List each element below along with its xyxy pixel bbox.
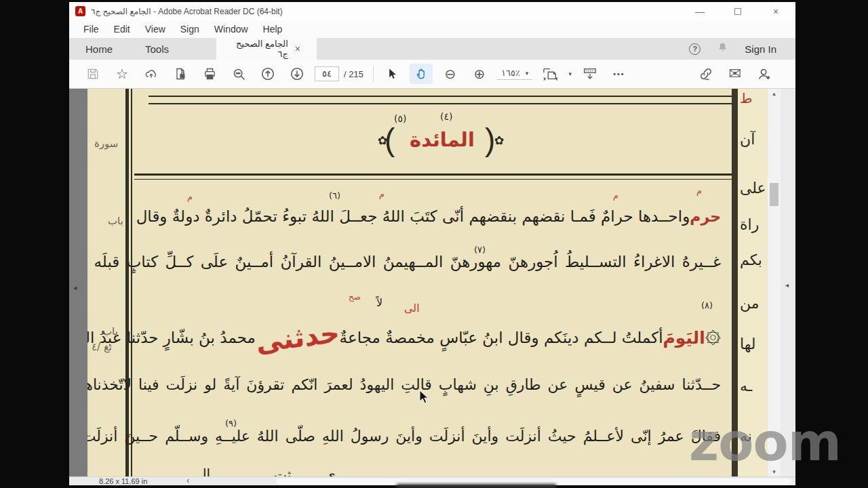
- collapse-left-pane-icon[interactable]: ◂: [73, 283, 77, 292]
- text-line-1: حرم واحــدها حرامٌ فَمـا نقضهم بنقضهم أن…: [136, 199, 721, 234]
- text-line-5: فقالَ عمرُ إنّى لأعــلمُ حيثُ أنزلَت وأي…: [136, 428, 721, 445]
- more-tools-icon[interactable]: •••: [608, 64, 631, 84]
- search-icon[interactable]: [227, 64, 250, 84]
- margin-note-bab: باب: [108, 215, 123, 227]
- help-icon[interactable]: ?: [689, 43, 701, 55]
- menu-bar: File Edit View Sign Window Help: [69, 20, 795, 38]
- clipped-text: ثت: [274, 467, 291, 476]
- acrobat-logo-icon: A: [75, 6, 85, 16]
- florette-icon: ✿: [378, 134, 387, 148]
- maximize-button[interactable]: [728, 5, 748, 18]
- fit-width-chevron-icon[interactable]: ▾: [568, 70, 572, 77]
- zoom-out-icon[interactable]: ⊖: [439, 64, 462, 84]
- toolbar-divider: [373, 66, 374, 82]
- zoom-level-select[interactable]: ١٦٥٪ ▾: [497, 68, 532, 80]
- margin-fragment: ط: [740, 90, 768, 106]
- haddathani-red: حدثنى: [254, 317, 341, 359]
- margin-fragment: بكم: [740, 251, 768, 268]
- next-page-icon[interactable]: [285, 64, 309, 84]
- rule-line: [149, 96, 732, 97]
- tab-close-icon[interactable]: ×: [295, 43, 300, 54]
- line-5-text: فقالَ عمرُ إنّى لأعــلمُ حيثُ أنزلَت وأي…: [136, 428, 721, 445]
- margin-fragment: من: [740, 295, 768, 312]
- footnote-9: (٩): [225, 418, 237, 428]
- text-line-2: غــيرهُ الاغراءُ التســليطُ اُجورهنّ مهو…: [136, 253, 721, 270]
- save-icon[interactable]: [81, 64, 104, 84]
- hand-tool-icon[interactable]: [410, 64, 433, 84]
- zoom-watermark: zoom: [689, 412, 841, 472]
- email-icon[interactable]: ✉: [724, 64, 747, 84]
- tab-document[interactable]: الجامع الصحيح ج٦ ×: [216, 38, 317, 60]
- bell-icon[interactable]: [717, 41, 728, 56]
- red-mark: م: [696, 186, 702, 196]
- margin-fragment: ـه: [740, 378, 768, 394]
- tab-home[interactable]: Home: [69, 38, 129, 60]
- previous-page-icon[interactable]: [256, 64, 279, 84]
- fit-width-icon[interactable]: [539, 64, 562, 84]
- alyawm-red: اليَومَ: [663, 328, 705, 348]
- florette-icon: ✿: [494, 134, 504, 148]
- header-footnote-4: (٤): [440, 111, 452, 122]
- page-frame-rule: [131, 89, 132, 476]
- rule-line: [134, 174, 732, 176]
- line-3-text-a: أكملتُ لــكم دينَكم وقال ابنُ عبّاسٍ مخم…: [340, 329, 663, 346]
- sah-mark: صح: [349, 292, 361, 302]
- la-mark: لاً: [376, 296, 382, 309]
- text-line-3: ۞ اليَومَ أكملتُ لــكم دينَكم وقال ابنُ …: [136, 312, 721, 363]
- menu-sign[interactable]: Sign: [174, 22, 205, 36]
- tab-document-label: الجامع الصحيح ج٦: [233, 39, 288, 59]
- document-pane: ◂ (٤) (٥) ( ✿ ) ✿ المائدة (: [69, 89, 795, 476]
- document-lock-icon[interactable]: [169, 64, 192, 84]
- pdf-page[interactable]: (٤) (٥) ( ✿ ) ✿ المائدة (٦) م م م م حرم …: [87, 89, 768, 476]
- page-number-input[interactable]: ٥٤: [315, 66, 339, 81]
- page-total-label: / 215: [344, 69, 363, 79]
- title-bar: A الجامع الصحيح ج٦ - Adobe Acrobat Reade…: [69, 2, 795, 20]
- tab-tools[interactable]: Tools: [129, 38, 185, 60]
- rule-line: [149, 103, 732, 104]
- page-frame-rule: [125, 89, 129, 476]
- margin-fragment: على: [740, 180, 768, 197]
- minimize-button[interactable]: —: [690, 5, 710, 18]
- status-back-icon[interactable]: ‹: [186, 476, 189, 485]
- tab-bar: Home Tools الجامع الصحيح ج٦ × ? Sign In: [69, 38, 795, 60]
- menu-help[interactable]: Help: [257, 22, 289, 36]
- rule-line: [134, 179, 732, 180]
- margin-fragment: راة: [740, 216, 768, 233]
- clipped-text: اا: [203, 466, 210, 476]
- share-link-icon[interactable]: [694, 64, 717, 84]
- margin-note-surah: سورة: [94, 138, 118, 150]
- chevron-down-icon: ▾: [526, 70, 529, 77]
- window-title: الجامع الصحيح ج٦ - Adobe Acrobat Reader …: [91, 7, 283, 16]
- zoom-in-icon[interactable]: ⊕: [468, 64, 491, 84]
- scroll-up-icon[interactable]: ▴: [768, 89, 781, 98]
- star-icon[interactable]: ☆: [111, 64, 134, 84]
- cloud-upload-icon[interactable]: [140, 64, 163, 84]
- margin-word-haram: حرم: [690, 208, 721, 225]
- red-mark: م: [379, 189, 384, 199]
- line-1-text: واحــدها حرامٌ فَمـا نقضهم بنقضهم أنّى ك…: [136, 207, 690, 225]
- video-frame: A الجامع الصحيح ج٦ - Adobe Acrobat Reade…: [0, 0, 868, 488]
- margin-fragment: آن: [740, 131, 768, 148]
- vertical-scrollbar-thumb[interactable]: [770, 183, 778, 206]
- share-person-icon[interactable]: [753, 64, 776, 84]
- collapse-right-pane-icon[interactable]: ◂: [785, 281, 789, 289]
- menu-view[interactable]: View: [139, 22, 172, 36]
- footnote-8: (٨): [701, 300, 713, 310]
- line-2-text: غــيرهُ الاغراءُ التســليطُ اُجورهنّ مهو…: [136, 253, 721, 270]
- menu-window[interactable]: Window: [208, 22, 254, 36]
- sign-in-button[interactable]: Sign In: [745, 43, 776, 55]
- maximize-icon: [734, 8, 741, 15]
- margin-note-ref: تغ /٤: [92, 341, 112, 353]
- print-icon[interactable]: [198, 64, 221, 84]
- menu-edit[interactable]: Edit: [108, 22, 136, 36]
- page-size-label: 8.26 x 11.69 in: [99, 477, 147, 485]
- menu-file[interactable]: File: [77, 22, 105, 36]
- select-tool-icon[interactable]: [380, 64, 403, 84]
- mouse-cursor: [419, 390, 430, 409]
- toolbar: ☆ ٥٤ / 215: [69, 60, 795, 89]
- zoom-level-value: ١٦٥٪: [501, 68, 520, 78]
- close-button[interactable]: ×: [766, 5, 786, 18]
- page-scrolling-icon[interactable]: [578, 64, 601, 84]
- header-footnote-5: (٥): [394, 113, 406, 124]
- surah-title: المائدة: [405, 128, 479, 151]
